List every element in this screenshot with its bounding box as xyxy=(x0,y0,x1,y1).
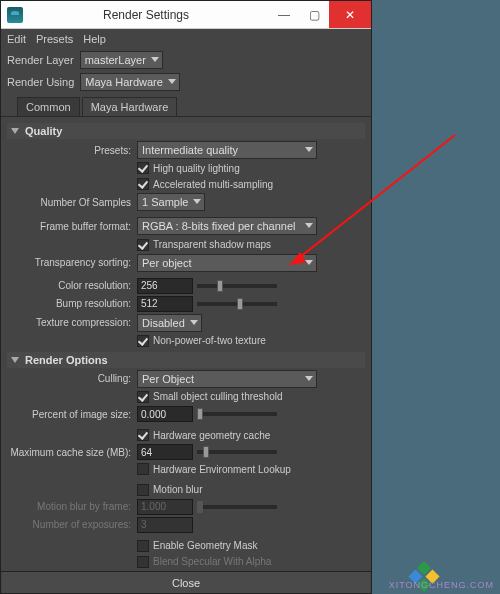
color-resolution-input[interactable]: 256 xyxy=(137,278,193,294)
close-button[interactable]: Close xyxy=(2,572,370,593)
footer: Close xyxy=(1,571,371,593)
presets-dropdown[interactable]: Intermediate quality xyxy=(137,141,317,159)
texture-compression-value: Disabled xyxy=(142,317,185,329)
color-resolution-slider[interactable] xyxy=(197,284,277,288)
presets-label: Presets: xyxy=(7,145,137,156)
maximize-button[interactable]: ▢ xyxy=(299,1,329,28)
npot-label: Non-power-of-two texture xyxy=(153,335,266,346)
render-layer-dropdown[interactable]: masterLayer xyxy=(80,51,163,69)
settings-content: Quality Presets: Intermediate quality Hi… xyxy=(1,117,371,571)
tab-row: Common Maya Hardware xyxy=(1,97,371,117)
frame-buffer-format-label: Frame buffer format: xyxy=(7,221,137,232)
collapse-icon xyxy=(11,128,19,134)
render-layer-label: Render Layer xyxy=(7,54,74,66)
accelerated-multisampling-checkbox[interactable] xyxy=(137,178,149,190)
tab-maya-hardware[interactable]: Maya Hardware xyxy=(82,97,178,116)
num-samples-dropdown[interactable]: 1 Sample xyxy=(137,193,205,211)
collapse-icon xyxy=(11,357,19,363)
high-quality-lighting-checkbox[interactable] xyxy=(137,162,149,174)
chevron-down-icon xyxy=(190,320,198,325)
tab-common[interactable]: Common xyxy=(17,97,80,116)
app-icon xyxy=(7,7,23,23)
render-layer-row: Render Layer masterLayer xyxy=(1,49,371,71)
num-samples-value: 1 Sample xyxy=(142,196,188,208)
transparency-sorting-label: Transparency sorting: xyxy=(7,257,137,268)
transparency-sorting-dropdown[interactable]: Per object xyxy=(137,254,317,272)
motion-blur-by-frame-label: Motion blur by frame: xyxy=(7,501,137,512)
percent-image-size-slider[interactable] xyxy=(197,412,277,416)
max-cache-size-slider[interactable] xyxy=(197,450,277,454)
transparent-shadow-maps-checkbox[interactable] xyxy=(137,239,149,251)
enable-geometry-mask-checkbox[interactable] xyxy=(137,540,149,552)
bump-resolution-label: Bump resolution: xyxy=(7,298,137,309)
section-render-options-title: Render Options xyxy=(25,354,108,366)
chevron-down-icon xyxy=(305,260,313,265)
window-title: Render Settings xyxy=(23,8,269,22)
culling-dropdown[interactable]: Per Object xyxy=(137,370,317,388)
culling-value: Per Object xyxy=(142,373,194,385)
render-using-label: Render Using xyxy=(7,76,74,88)
hardware-env-lookup-checkbox[interactable] xyxy=(137,463,149,475)
section-quality-header[interactable]: Quality xyxy=(7,123,365,139)
chevron-down-icon xyxy=(305,223,313,228)
small-object-culling-label: Small object culling threshold xyxy=(153,391,283,402)
hardware-geometry-cache-label: Hardware geometry cache xyxy=(153,430,270,441)
section-render-options-header[interactable]: Render Options xyxy=(7,352,365,368)
section-quality-title: Quality xyxy=(25,125,62,137)
render-settings-window: Render Settings — ▢ ✕ Edit Presets Help … xyxy=(0,0,372,594)
motion-blur-by-frame-slider xyxy=(197,505,277,509)
menu-help[interactable]: Help xyxy=(83,33,106,45)
watermark-text: XITONGCHENG.COM xyxy=(389,580,494,590)
titlebar[interactable]: Render Settings — ▢ ✕ xyxy=(1,1,371,29)
presets-value: Intermediate quality xyxy=(142,144,238,156)
frame-buffer-format-dropdown[interactable]: RGBA : 8-bits fixed per channel xyxy=(137,217,317,235)
transparency-sorting-value: Per object xyxy=(142,257,192,269)
bump-resolution-input[interactable]: 512 xyxy=(137,296,193,312)
motion-blur-by-frame-input: 1.000 xyxy=(137,499,193,515)
window-controls: — ▢ ✕ xyxy=(269,1,371,28)
render-using-value: Maya Hardware xyxy=(85,76,163,88)
texture-compression-label: Texture compression: xyxy=(7,317,137,328)
small-object-culling-checkbox[interactable] xyxy=(137,391,149,403)
close-window-button[interactable]: ✕ xyxy=(329,1,371,28)
chevron-down-icon xyxy=(305,147,313,152)
accelerated-multisampling-label: Accelerated multi-sampling xyxy=(153,179,273,190)
color-resolution-label: Color resolution: xyxy=(7,280,137,291)
max-cache-size-label: Maximum cache size (MB): xyxy=(7,447,137,458)
npot-checkbox[interactable] xyxy=(137,335,149,347)
max-cache-size-input[interactable]: 64 xyxy=(137,444,193,460)
blend-specular-alpha-label: Blend Specular With Alpha xyxy=(153,556,271,567)
render-using-dropdown[interactable]: Maya Hardware xyxy=(80,73,180,91)
blend-specular-alpha-checkbox[interactable] xyxy=(137,556,149,568)
chevron-down-icon xyxy=(168,79,176,84)
hardware-geometry-cache-checkbox[interactable] xyxy=(137,429,149,441)
frame-buffer-format-value: RGBA : 8-bits fixed per channel xyxy=(142,220,295,232)
high-quality-lighting-label: High quality lighting xyxy=(153,163,240,174)
number-of-exposures-label: Number of exposures: xyxy=(7,519,137,530)
culling-label: Culling: xyxy=(7,373,137,384)
render-layer-value: masterLayer xyxy=(85,54,146,66)
chevron-down-icon xyxy=(151,57,159,62)
menubar: Edit Presets Help xyxy=(1,29,371,49)
percent-image-size-label: Percent of image size: xyxy=(7,409,137,420)
percent-image-size-input[interactable]: 0.000 xyxy=(137,406,193,422)
bump-resolution-slider[interactable] xyxy=(197,302,277,306)
transparent-shadow-maps-label: Transparent shadow maps xyxy=(153,239,271,250)
enable-geometry-mask-label: Enable Geometry Mask xyxy=(153,540,258,551)
hardware-env-lookup-label: Hardware Environment Lookup xyxy=(153,464,291,475)
chevron-down-icon xyxy=(193,199,201,204)
number-of-exposures-input: 3 xyxy=(137,517,193,533)
chevron-down-icon xyxy=(305,376,313,381)
menu-presets[interactable]: Presets xyxy=(36,33,73,45)
motion-blur-label: Motion blur xyxy=(153,484,202,495)
minimize-button[interactable]: — xyxy=(269,1,299,28)
texture-compression-dropdown[interactable]: Disabled xyxy=(137,314,202,332)
motion-blur-checkbox[interactable] xyxy=(137,484,149,496)
menu-edit[interactable]: Edit xyxy=(7,33,26,45)
render-using-row: Render Using Maya Hardware xyxy=(1,71,371,93)
num-samples-label: Number Of Samples xyxy=(7,197,137,208)
